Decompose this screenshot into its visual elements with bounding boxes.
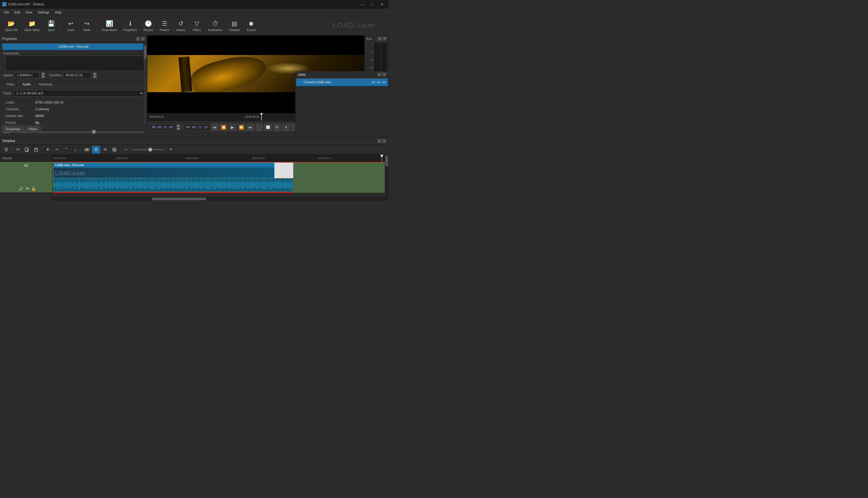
history-button[interactable]: ↺ History xyxy=(173,18,188,33)
maximize-button[interactable]: □ xyxy=(368,0,376,9)
skip-end-button[interactable]: ⏭ xyxy=(247,123,254,131)
audio-icon-btn[interactable]: 🔊 xyxy=(18,187,23,191)
svg-rect-174 xyxy=(226,182,226,188)
speed-input[interactable] xyxy=(15,72,39,78)
properties-tabs: Video Audio Metadata xyxy=(0,80,147,88)
duration-spinner[interactable]: ▲ ▼ xyxy=(93,73,97,78)
duration-input[interactable] xyxy=(64,72,91,78)
undo-button[interactable]: ↩ Undo xyxy=(63,18,78,33)
recent-button[interactable]: 🕐 Recent xyxy=(141,18,156,33)
tl-scrub-btn[interactable]: 👁 xyxy=(101,146,109,154)
tab-video[interactable]: Video xyxy=(2,81,18,88)
tl-zoom-in-btn[interactable]: + xyxy=(167,146,175,154)
dur-up-btn[interactable]: ▲ xyxy=(93,73,97,75)
tl-zoom-out-btn[interactable]: − xyxy=(122,146,130,154)
timeline-float-btn[interactable]: ⊡ xyxy=(377,139,382,143)
svg-rect-176 xyxy=(228,181,229,189)
props-close-btn[interactable]: ✕ xyxy=(141,37,145,41)
audio-float-btn[interactable]: ⊡ xyxy=(378,36,382,41)
track-select[interactable]: 1: 2 ch 48 kHz ac3 xyxy=(13,90,144,96)
tl-snap-btn[interactable] xyxy=(92,146,100,154)
timeline-vscroll[interactable] xyxy=(385,155,388,201)
comments-input[interactable] xyxy=(5,56,147,71)
svg-rect-177 xyxy=(229,180,230,190)
clip-block[interactable]: LO4D.com - Fox.vob LO4D.com xyxy=(53,162,275,178)
dur-down-btn[interactable]: ▼ xyxy=(93,76,97,78)
svg-rect-109 xyxy=(156,182,156,188)
jobs-float-btn[interactable]: ⊡ xyxy=(377,72,382,77)
export-button[interactable]: ⏺ Export xyxy=(244,18,259,33)
peak-meter-button[interactable]: 📊 Peak Meter xyxy=(99,18,119,33)
speed-down-btn[interactable]: ▼ xyxy=(41,76,45,78)
timeline-ruler: 00:00:00:00 00:00:04:17 00:00:09:07 00:0… xyxy=(53,155,385,162)
tl-add-btn[interactable]: + xyxy=(44,146,52,154)
keyframes-button[interactable]: ⏱ Keyframes xyxy=(206,18,225,33)
zoom-slider[interactable] xyxy=(132,149,165,150)
svg-rect-149 xyxy=(199,183,200,187)
skip-start-button[interactable]: ⏮ xyxy=(211,123,219,131)
svg-rect-226 xyxy=(282,182,282,188)
redo-button[interactable]: ↪ Redo xyxy=(79,18,94,33)
grid-button[interactable]: ⊞ xyxy=(273,123,281,131)
svg-rect-80 xyxy=(124,181,125,189)
filters-tab-btn[interactable]: Filters xyxy=(25,126,41,132)
menu-file[interactable]: File xyxy=(1,10,12,15)
speed-up-btn[interactable]: ▲ xyxy=(41,73,45,75)
time-spinner[interactable]: ▲ ▼ xyxy=(177,124,180,130)
time-up-btn[interactable]: ▲ xyxy=(177,124,180,127)
timeline-hscroll[interactable] xyxy=(53,197,385,201)
comments-section: Comments: xyxy=(0,51,147,71)
more-button[interactable]: ▼ xyxy=(282,123,290,131)
timeline-close-btn[interactable]: ✕ xyxy=(382,139,386,143)
menu-help[interactable]: Help xyxy=(52,10,64,15)
svg-rect-107 xyxy=(154,183,154,187)
props-scrollbar[interactable] xyxy=(143,43,147,126)
tl-paste-btn[interactable] xyxy=(32,146,40,154)
rewind-button[interactable]: ⏪ xyxy=(220,123,228,131)
current-time-display[interactable]: 00:00:22:09 xyxy=(150,124,175,130)
open-file-button[interactable]: 📂 Open File xyxy=(2,18,21,33)
tl-menu-btn[interactable]: ☰ xyxy=(2,146,10,154)
tab-metadata[interactable]: Metadata xyxy=(35,81,56,88)
audio-close-btn[interactable]: ✕ xyxy=(382,36,387,41)
menu-edit[interactable]: Edit xyxy=(12,10,23,15)
stop-button[interactable]: ⬛ xyxy=(256,123,263,131)
playlist-button[interactable]: ☰ Playlist xyxy=(157,18,172,33)
properties-tab-btn[interactable]: Properties xyxy=(2,126,24,132)
separator-dots: • • • • • xyxy=(187,134,202,137)
filters-button[interactable]: ▽ Filters xyxy=(189,18,205,33)
fast-forward-button[interactable]: ⏩ xyxy=(238,123,245,131)
svg-rect-71 xyxy=(115,183,115,187)
tl-cut-btn[interactable]: ✂ xyxy=(14,146,22,154)
properties-bottom-tabs: Properties Filters xyxy=(0,124,147,133)
tl-lift-btn[interactable]: ⌃ xyxy=(62,146,70,154)
properties-button[interactable]: ℹ Properties xyxy=(120,18,140,33)
tl-copy-btn[interactable] xyxy=(23,146,31,154)
svg-rect-153 xyxy=(203,182,204,188)
save-button[interactable]: 💾 Save xyxy=(43,18,59,33)
svg-rect-220 xyxy=(276,180,276,190)
play-button[interactable]: ▶ xyxy=(229,123,237,131)
frame-button[interactable]: ⬜ xyxy=(265,123,272,131)
close-button[interactable]: ✕ xyxy=(378,0,386,9)
tl-ripple-btn[interactable] xyxy=(110,146,118,154)
speed-spinner[interactable]: ▲ ▼ xyxy=(41,73,45,78)
svg-rect-139 xyxy=(188,182,189,188)
props-float-btn[interactable]: ⊡ xyxy=(136,37,140,41)
svg-rect-169 xyxy=(220,182,221,188)
tab-audio[interactable]: Audio xyxy=(18,81,35,88)
time-down-btn[interactable]: ▼ xyxy=(177,127,180,130)
eye-icon-btn[interactable]: 👁 xyxy=(25,187,29,191)
timeline-button[interactable]: ▤ Timeline xyxy=(226,18,243,33)
tl-overwrite-btn[interactable]: ⌄ xyxy=(71,146,79,154)
lock-icon-btn[interactable]: 🔓 xyxy=(31,187,36,191)
jobs-close-btn[interactable]: ✕ xyxy=(382,72,386,77)
open-other-button[interactable]: 📁 Open Other xyxy=(22,18,42,33)
tl-split-btn[interactable] xyxy=(83,146,91,154)
tl-remove-btn[interactable]: − xyxy=(53,146,61,154)
menu-settings[interactable]: Settings xyxy=(35,10,52,15)
svg-rect-214 xyxy=(269,183,270,187)
menu-view[interactable]: View xyxy=(23,10,35,15)
undo-icon: ↩ xyxy=(68,20,73,27)
minimize-button[interactable]: — xyxy=(358,0,367,9)
